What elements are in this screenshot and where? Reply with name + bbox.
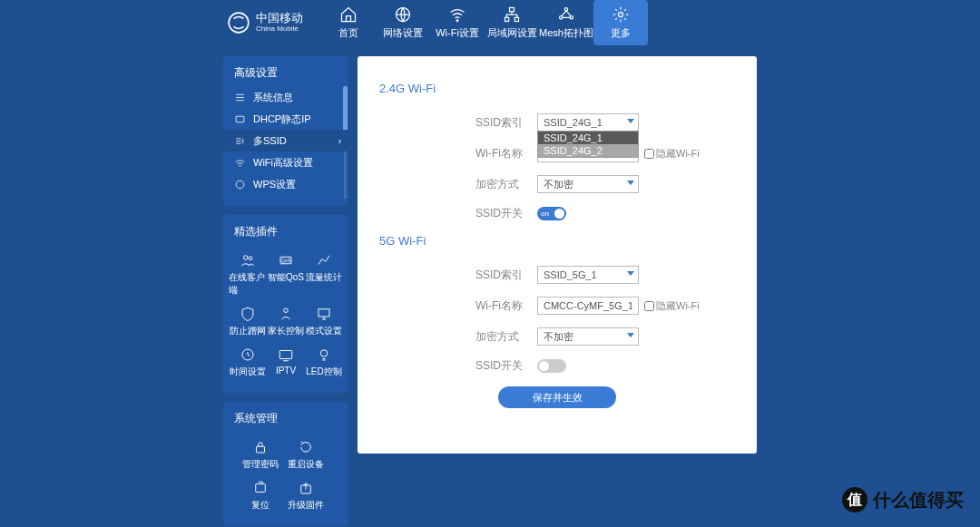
tool-qos[interactable]: QoS智能QoS <box>267 249 305 300</box>
nav-network[interactable]: 网络设置 <box>376 0 430 45</box>
svg-point-17 <box>284 308 289 313</box>
main-form: 2.4G Wi-Fi SSID索引 SSID_24G_1 SSID_24G_1 … <box>358 56 757 454</box>
chart-icon <box>316 252 332 268</box>
select-ssid-5[interactable]: SSID_5G_1 <box>537 266 639 284</box>
nav-wifi[interactable]: Wi-Fi设置 <box>430 0 485 45</box>
select-ssid-24[interactable]: SSID_24G_1 <box>537 113 639 132</box>
tool-parental[interactable]: 家长控制 <box>267 302 305 341</box>
tool-time[interactable]: 时间设置 <box>229 343 267 382</box>
system-panel: 系统管理 管理密码 重启设备 复位 升级固件 <box>223 402 348 526</box>
input-wifi-name-5[interactable] <box>537 297 639 315</box>
svg-point-9 <box>619 13 623 17</box>
tool-password[interactable]: 管理密码 <box>238 435 283 474</box>
clock-icon <box>240 346 256 363</box>
tool-clients[interactable]: 在线客户端 <box>229 249 267 300</box>
watermark-badge: 值 <box>842 487 867 512</box>
label-wifi-name-5: Wi-Fi名称 <box>466 298 537 314</box>
svg-rect-20 <box>279 351 292 359</box>
nav-home[interactable]: 首页 <box>321 0 376 45</box>
label-ssid-index-5: SSID索引 <box>466 268 537 283</box>
caret-down-icon <box>627 333 634 337</box>
plugins-panel: 精选插件 在线客户端 QoS智能QoS 流量统计 防止蹭网 家长控制 模式设置 … <box>223 215 348 393</box>
nav-lan[interactable]: 局域网设置 <box>485 0 539 45</box>
ssid-icon <box>234 135 246 147</box>
dropdown-option-1[interactable]: SSID_24G_1 <box>538 132 638 144</box>
svg-point-21 <box>320 350 328 357</box>
watermark: 值 什么值得买 <box>842 487 964 512</box>
select-encryption-5[interactable]: 不加密 <box>537 327 639 346</box>
svg-point-8 <box>570 16 573 19</box>
brand-cn: 中国移动 <box>256 12 303 24</box>
tool-reboot[interactable]: 重启设备 <box>283 435 328 474</box>
tool-iptv[interactable]: IPTV <box>267 343 305 382</box>
svg-point-13 <box>244 256 249 260</box>
caret-down-icon <box>627 271 634 276</box>
nav-mesh[interactable]: Mesh拓扑图 <box>539 0 593 45</box>
save-button[interactable]: 保存并生效 <box>498 386 616 408</box>
svg-point-6 <box>564 8 567 11</box>
reboot-icon <box>298 439 314 455</box>
svg-rect-10 <box>236 116 244 122</box>
svg-point-0 <box>229 13 249 33</box>
upgrade-icon <box>298 480 314 496</box>
lan-icon <box>503 5 521 24</box>
menu-wps[interactable]: WPS设置 <box>223 173 348 195</box>
hide-wifi-5[interactable]: 隐藏Wi-Fi <box>644 299 700 313</box>
system-title: 系统管理 <box>223 402 348 432</box>
menu-system-info[interactable]: 系统信息 <box>223 86 348 108</box>
tv-icon <box>278 346 294 363</box>
ip-icon <box>234 113 246 125</box>
dropdown-ssid-24: SSID_24G_1 SSID_24G_2 <box>537 131 639 158</box>
brand-logo: 中国移动 China Mobile <box>227 11 303 34</box>
menu-wifi-advanced[interactable]: WiFi高级设置 <box>223 151 348 173</box>
tool-reset[interactable]: 复位 <box>238 476 283 515</box>
watermark-text: 什么值得买 <box>873 488 964 512</box>
hide-wifi-checkbox-5[interactable] <box>644 301 654 311</box>
menu-dhcp[interactable]: DHCP静态IP <box>223 108 348 130</box>
globe-icon <box>394 5 412 24</box>
tool-mode[interactable]: 模式设置 <box>305 302 343 341</box>
tool-upgrade[interactable]: 升级固件 <box>283 476 328 515</box>
reset-icon <box>252 480 269 496</box>
svg-rect-3 <box>510 8 514 12</box>
china-mobile-icon <box>227 11 250 34</box>
list-icon <box>234 92 246 103</box>
svg-rect-22 <box>257 446 265 453</box>
svg-point-2 <box>456 20 458 22</box>
hide-wifi-checkbox-24[interactable] <box>644 149 654 159</box>
svg-rect-4 <box>505 17 509 21</box>
tool-led[interactable]: LED控制 <box>305 343 343 382</box>
select-encryption-24[interactable]: 不加密 <box>537 175 639 193</box>
label-encryption-5: 加密方式 <box>466 329 537 345</box>
home-icon <box>339 5 358 24</box>
gear-icon <box>612 5 630 24</box>
menu-multi-ssid[interactable]: 多SSID › <box>223 130 348 151</box>
toggle-ssid-24[interactable]: on <box>537 207 566 220</box>
wps-icon <box>234 179 246 190</box>
section-5g-title: 5G Wi-Fi <box>379 234 735 248</box>
label-ssid-index-24: SSID索引 <box>466 115 537 131</box>
svg-rect-5 <box>514 17 518 21</box>
chevron-right-icon: › <box>338 136 341 146</box>
svg-point-12 <box>236 181 244 189</box>
dropdown-option-2[interactable]: SSID_24G_2 <box>538 144 638 157</box>
svg-point-14 <box>249 257 252 260</box>
nav-more[interactable]: 更多 <box>593 0 648 45</box>
svg-rect-18 <box>318 309 329 317</box>
label-encryption-24: 加密方式 <box>466 177 537 192</box>
caret-down-icon <box>627 181 634 185</box>
hide-wifi-24[interactable]: 隐藏Wi-Fi <box>644 147 700 161</box>
mesh-icon <box>557 5 575 24</box>
svg-text:QoS: QoS <box>281 258 291 263</box>
label-ssid-switch-24: SSID开关 <box>466 206 537 221</box>
qos-icon: QoS <box>278 252 294 268</box>
caret-down-icon <box>627 119 634 123</box>
tool-traffic[interactable]: 流量统计 <box>305 249 343 300</box>
advanced-title: 高级设置 <box>223 56 348 86</box>
svg-point-11 <box>240 165 240 166</box>
clients-icon <box>240 252 256 268</box>
tool-antileech[interactable]: 防止蹭网 <box>229 302 267 341</box>
mode-icon <box>316 306 332 322</box>
toggle-ssid-5[interactable] <box>537 359 566 373</box>
lock-icon <box>252 439 269 455</box>
